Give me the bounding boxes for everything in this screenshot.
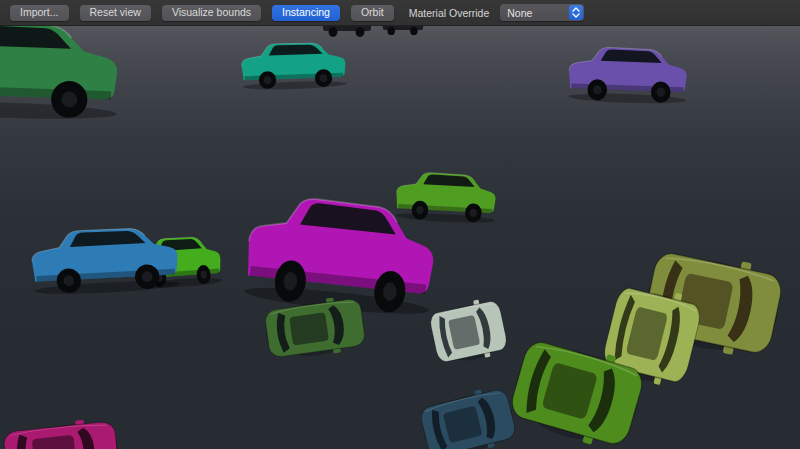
orbit-button[interactable]: Orbit (351, 5, 394, 21)
toolbar: Import... Reset view Visualize bounds In… (0, 0, 800, 26)
material-override-label: Material Override (409, 7, 490, 19)
visualize-bounds-button[interactable]: Visualize bounds (162, 5, 261, 21)
car-underbody-right (382, 26, 424, 36)
material-override-dropdown[interactable]: None (500, 4, 584, 21)
viewport-3d-canvas[interactable] (0, 26, 800, 449)
instancing-button[interactable]: Instancing (272, 5, 340, 21)
car-magenta-bottomleft (0, 415, 123, 449)
car-teal-top (237, 36, 351, 92)
car-darkblue-bottom (415, 382, 521, 449)
import-button[interactable]: Import... (10, 5, 69, 21)
reset-view-button[interactable]: Reset view (80, 5, 151, 21)
car-purple-topright (564, 40, 693, 106)
model-viewer-window: Import... Reset view Visualize bounds In… (0, 0, 800, 449)
dropdown-selected-value: None (500, 7, 569, 19)
chevron-up-down-icon (569, 5, 583, 20)
car-white-small (425, 294, 511, 369)
car-green-closeup (0, 26, 129, 124)
car-blue-left (25, 218, 186, 298)
